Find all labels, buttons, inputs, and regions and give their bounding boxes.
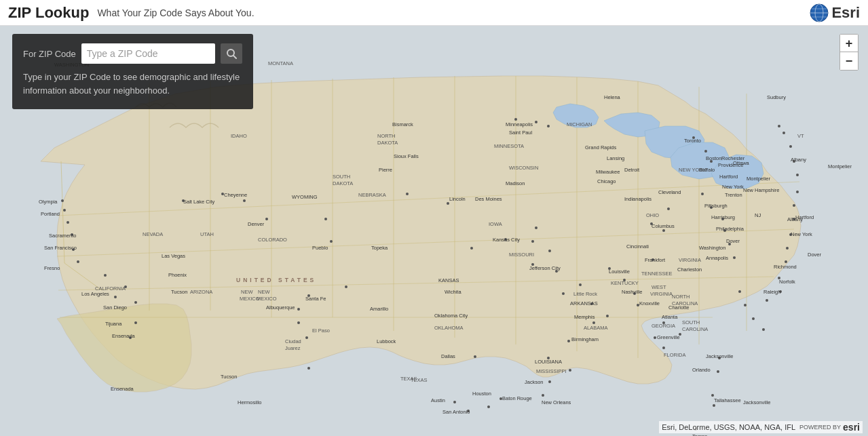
svg-text:San Antonio: San Antonio bbox=[442, 409, 470, 415]
svg-text:SOUTH: SOUTH bbox=[682, 319, 700, 325]
svg-text:New Hampshire: New Hampshire bbox=[743, 187, 779, 193]
svg-text:Minneapolis: Minneapolis bbox=[506, 121, 533, 127]
svg-text:MONTANA: MONTANA bbox=[268, 60, 293, 66]
svg-point-32 bbox=[114, 296, 117, 298]
svg-point-25 bbox=[63, 209, 66, 212]
zoom-controls: + − bbox=[839, 34, 858, 71]
svg-point-98 bbox=[535, 121, 537, 123]
svg-text:Jefferson City: Jefferson City bbox=[529, 265, 561, 271]
esri-text: Esri bbox=[831, 4, 860, 22]
svg-text:Lubbock: Lubbock bbox=[377, 338, 396, 344]
svg-text:Cincinnati: Cincinnati bbox=[626, 243, 649, 250]
svg-point-110 bbox=[662, 346, 665, 349]
svg-text:Austin: Austin bbox=[431, 397, 445, 403]
svg-text:Greenville: Greenville bbox=[657, 334, 680, 340]
svg-text:Helena: Helena bbox=[604, 94, 621, 100]
svg-text:UTAH: UTAH bbox=[200, 231, 214, 237]
svg-text:Indianapolis: Indianapolis bbox=[624, 196, 652, 202]
svg-text:Pierre: Pierre bbox=[379, 167, 392, 173]
svg-text:Dover: Dover bbox=[808, 252, 822, 258]
svg-point-100 bbox=[474, 355, 476, 358]
svg-text:CAROLINA: CAROLINA bbox=[672, 300, 698, 306]
svg-text:Tijuana: Tijuana bbox=[105, 321, 122, 327]
svg-text:VIRGINIA: VIRGINIA bbox=[650, 291, 673, 297]
svg-point-114 bbox=[713, 404, 715, 407]
svg-text:Houston: Houston bbox=[472, 391, 491, 397]
svg-text:OKLAHOMA: OKLAHOMA bbox=[434, 325, 464, 331]
svg-text:Wichita: Wichita bbox=[445, 289, 461, 295]
svg-text:Ensenada: Ensenada bbox=[111, 386, 134, 392]
svg-point-101 bbox=[453, 401, 456, 403]
svg-text:Sacramento: Sacramento bbox=[49, 233, 76, 239]
svg-text:Jacksonville: Jacksonville bbox=[706, 353, 733, 359]
svg-text:MINNESOTA: MINNESOTA bbox=[494, 143, 524, 149]
svg-text:Raleigh: Raleigh bbox=[763, 289, 780, 295]
svg-point-26 bbox=[67, 221, 69, 224]
svg-text:San Francisco: San Francisco bbox=[44, 245, 77, 251]
svg-text:WISCONSIN: WISCONSIN bbox=[509, 165, 538, 171]
svg-text:OHIO: OHIO bbox=[646, 212, 659, 218]
zip-label: For ZIP Code bbox=[23, 49, 76, 59]
svg-text:Norfolk: Norfolk bbox=[779, 279, 795, 285]
svg-point-116 bbox=[717, 370, 719, 373]
svg-text:WYOMING: WYOMING bbox=[292, 194, 318, 200]
svg-point-107 bbox=[548, 380, 551, 383]
svg-point-109 bbox=[567, 340, 570, 342]
svg-text:New York: New York bbox=[722, 184, 744, 190]
powered-by-text: POWERED BY bbox=[799, 424, 841, 431]
svg-text:Cleveland: Cleveland bbox=[658, 189, 681, 195]
svg-text:Ciudad: Ciudad bbox=[285, 338, 301, 344]
svg-text:NEVADA: NEVADA bbox=[143, 231, 163, 237]
svg-text:Birmingham: Birmingham bbox=[571, 336, 599, 342]
svg-text:Montpelier: Montpelier bbox=[747, 176, 771, 182]
svg-text:Portland: Portland bbox=[41, 211, 60, 217]
svg-point-48 bbox=[406, 193, 409, 195]
svg-text:NEW: NEW bbox=[258, 289, 270, 295]
svg-text:NEW: NEW bbox=[241, 289, 253, 295]
svg-point-70 bbox=[701, 193, 704, 195]
svg-text:DAKOTA: DAKOTA bbox=[377, 140, 398, 146]
svg-text:KENTUCKY: KENTUCKY bbox=[611, 280, 639, 286]
zip-input[interactable] bbox=[81, 43, 215, 64]
svg-text:ARIZONA: ARIZONA bbox=[190, 289, 212, 295]
svg-text:ALABAMA: ALABAMA bbox=[584, 325, 607, 331]
svg-text:Kansas City: Kansas City bbox=[493, 237, 520, 243]
svg-point-91 bbox=[789, 145, 792, 148]
svg-text:Pueblo: Pueblo bbox=[312, 245, 328, 251]
svg-text:GEORGIA: GEORGIA bbox=[652, 323, 675, 329]
svg-text:Milwaukee: Milwaukee bbox=[596, 169, 620, 175]
svg-text:Louisville: Louisville bbox=[609, 269, 630, 275]
zoom-out-button[interactable]: − bbox=[840, 52, 858, 70]
svg-text:ARKANSAS: ARKANSAS bbox=[570, 300, 598, 306]
svg-text:UNITED STATES: UNITED STATES bbox=[236, 277, 316, 283]
svg-text:SOUTH: SOUTH bbox=[333, 174, 350, 180]
svg-text:Juarez: Juarez bbox=[285, 345, 301, 351]
search-button[interactable] bbox=[221, 43, 242, 64]
svg-point-99 bbox=[514, 118, 517, 121]
svg-text:Washington: Washington bbox=[699, 245, 725, 251]
attribution-text: Esri, DeLorme, USGS, NOAA, NGA, IFL bbox=[662, 423, 795, 431]
svg-text:Detroit: Detroit bbox=[624, 167, 640, 173]
svg-text:NJ: NJ bbox=[755, 212, 761, 218]
svg-text:Tucson: Tucson bbox=[221, 374, 237, 380]
zoom-in-button[interactable]: + bbox=[840, 35, 858, 52]
svg-text:Tallahassee: Tallahassee bbox=[714, 397, 741, 403]
svg-point-117 bbox=[654, 336, 656, 339]
svg-point-69 bbox=[667, 207, 670, 210]
svg-text:Buffalo: Buffalo bbox=[699, 167, 715, 173]
svg-text:Tampa: Tampa bbox=[692, 433, 708, 436]
svg-text:VIRGINIA: VIRGINIA bbox=[679, 257, 701, 263]
svg-text:Lansing: Lansing bbox=[607, 155, 624, 161]
svg-text:TEXAS: TEXAS bbox=[411, 377, 428, 383]
svg-point-75 bbox=[733, 256, 736, 259]
svg-point-79 bbox=[762, 328, 765, 331]
svg-text:Sioux Falls: Sioux Falls bbox=[394, 153, 419, 159]
svg-text:Sudbury: Sudbury bbox=[767, 94, 786, 100]
svg-point-76 bbox=[738, 290, 741, 293]
svg-text:Jackson: Jackson bbox=[525, 379, 544, 385]
svg-line-266 bbox=[233, 56, 236, 58]
svg-text:Charleston: Charleston bbox=[677, 266, 702, 273]
svg-text:Ensenada: Ensenada bbox=[112, 333, 136, 339]
svg-text:Philadelphia: Philadelphia bbox=[716, 226, 744, 232]
svg-text:Albany: Albany bbox=[791, 157, 806, 163]
